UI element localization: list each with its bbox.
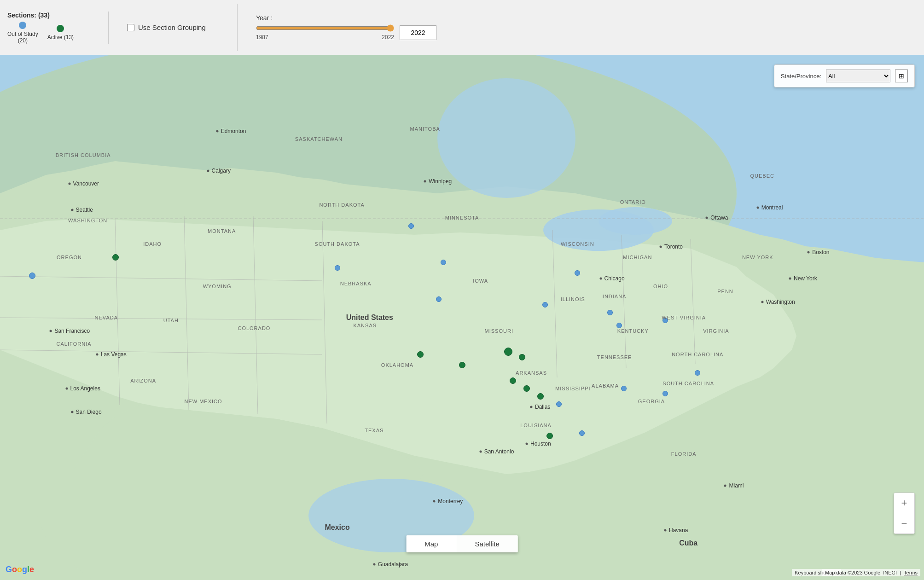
state-province-filter: State/Province: AllAlabamaAlaskaArizonaA… [774, 64, 915, 87]
map-pin[interactable] [112, 254, 119, 261]
map-pin[interactable] [575, 270, 580, 276]
map-pin[interactable] [579, 430, 585, 436]
map-pin[interactable] [459, 362, 465, 368]
map-attribution: Map data ©2023 Google, INEGI | Terms [822, 569, 920, 576]
city-dot [50, 330, 52, 332]
filter-expand-button[interactable]: ⊞ [895, 70, 908, 82]
city-dot [599, 277, 602, 279]
year-range-labels: 1987 2022 [256, 34, 394, 41]
grouping-section: Use Section Grouping [109, 4, 238, 51]
city-dot [373, 563, 375, 565]
state-province-select[interactable]: AllAlabamaAlaskaArizonaArkansasCaliforni… [826, 70, 890, 82]
city-dot [424, 180, 426, 182]
map-button[interactable]: Map [406, 535, 456, 552]
year-max-label: 2022 [382, 34, 394, 41]
terms-link[interactable]: Terms [904, 570, 918, 575]
year-slider[interactable] [256, 24, 394, 32]
map-type-toggle: Map Satellite [406, 535, 518, 552]
toolbar: Sections: (33) Out of Study (20) Active … [0, 0, 924, 55]
map-pin[interactable] [662, 391, 668, 396]
map-pin[interactable] [695, 370, 700, 376]
map-pin[interactable] [537, 393, 544, 400]
map-pin[interactable] [417, 351, 424, 358]
map-pin[interactable] [408, 223, 414, 229]
svg-point-4 [599, 207, 672, 235]
city-dot [756, 206, 759, 209]
zoom-out-button[interactable]: − [894, 513, 914, 534]
legend-items: Out of Study (20) Active (13) [7, 22, 97, 44]
map-pin[interactable] [662, 318, 668, 323]
blue-dot [19, 22, 26, 29]
map-pin[interactable] [436, 296, 442, 302]
legend-item-active: Active (13) [47, 25, 74, 41]
expand-icon: ⊞ [899, 72, 904, 80]
city-dot [525, 442, 528, 445]
google-text-g: G [6, 565, 12, 574]
city-dot [96, 353, 98, 355]
year-value-input[interactable] [400, 25, 436, 40]
out-of-study-label: Out of Study (20) [7, 31, 38, 44]
city-dot [761, 301, 763, 303]
map-pin[interactable] [556, 401, 562, 407]
grouping-checkbox-label[interactable]: Use Section Grouping [127, 23, 206, 31]
city-dot [433, 500, 436, 503]
map-pin[interactable] [616, 323, 622, 328]
map-pin[interactable] [607, 310, 613, 315]
zoom-in-button[interactable]: + [894, 493, 914, 513]
legend-section: Sections: (33) Out of Study (20) Active … [7, 12, 109, 44]
year-section: Year : 1987 2022 [238, 14, 917, 41]
map-svg [0, 55, 924, 580]
city-dot [71, 411, 73, 413]
city-dot [207, 169, 209, 172]
city-dot [724, 484, 726, 487]
city-dot [216, 130, 218, 133]
green-dot [57, 25, 64, 32]
city-dot [68, 183, 70, 185]
map-pin[interactable] [546, 433, 553, 439]
city-dot [65, 387, 68, 389]
city-dot [530, 406, 533, 408]
city-dot [479, 450, 482, 452]
map-pin[interactable] [441, 260, 446, 265]
city-dot [660, 246, 662, 248]
grouping-checkbox[interactable] [127, 24, 134, 31]
map-pin[interactable] [621, 386, 627, 391]
map-pin[interactable] [335, 265, 340, 271]
zoom-controls: + − [894, 493, 915, 534]
city-dot [808, 251, 810, 253]
svg-point-5 [437, 78, 575, 198]
map-pin[interactable] [519, 354, 525, 360]
sections-title: Sections: (33) [7, 12, 97, 19]
legend-item-out-of-study: Out of Study (20) [7, 22, 38, 44]
map-pin[interactable] [29, 273, 35, 279]
year-slider-row: 1987 2022 [256, 24, 436, 41]
map-pin[interactable] [523, 385, 530, 392]
satellite-button[interactable]: Satellite [456, 535, 517, 552]
active-label: Active (13) [47, 34, 74, 41]
city-dot [71, 209, 73, 211]
map-pin[interactable] [504, 348, 512, 356]
city-dot [664, 529, 667, 531]
city-dot [706, 217, 708, 219]
map-pin[interactable] [510, 377, 516, 384]
google-logo: Google [6, 565, 34, 574]
map-container[interactable]: VancouverSeattleSan FranciscoLos Angeles… [0, 55, 924, 580]
filter-label: State/Province: [781, 73, 821, 80]
city-dot [789, 277, 791, 279]
year-min-label: 1987 [256, 34, 268, 41]
slider-container: 1987 2022 [256, 24, 394, 41]
map-pin[interactable] [542, 302, 548, 307]
year-label: Year : [256, 14, 273, 22]
grouping-label: Use Section Grouping [138, 23, 206, 31]
